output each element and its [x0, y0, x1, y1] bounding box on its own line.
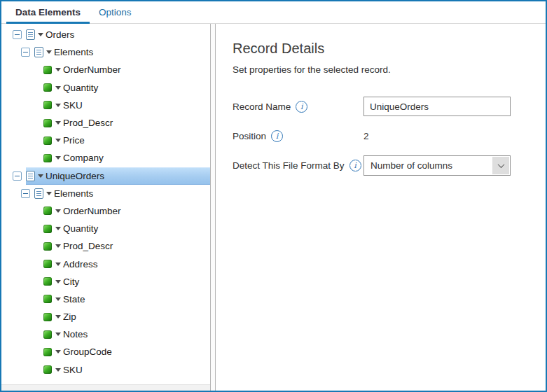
- caret-down-icon[interactable]: [55, 332, 61, 336]
- tree-row-body: Quantity: [43, 220, 210, 237]
- file-format-editor-window: Data Elements Options OrdersElementsOrde…: [0, 0, 547, 392]
- field-icon: [43, 260, 52, 268]
- tree-indent: [1, 193, 21, 194]
- tree-item-label: State: [63, 294, 85, 304]
- collapse-minus-icon[interactable]: [13, 172, 22, 181]
- detect-format-label: Detect This File Format By: [233, 160, 345, 171]
- content-area: OrdersElementsOrderNumberQuantitySKUProd…: [1, 24, 546, 391]
- caret-down-icon[interactable]: [55, 227, 61, 230]
- record-icon: [26, 171, 35, 181]
- tree-item-zip[interactable]: Zip: [1, 308, 210, 326]
- record-icon: [34, 188, 43, 199]
- tree-row-body: Zip: [43, 308, 210, 326]
- tree-item-groupcode[interactable]: GroupCode: [1, 343, 210, 360]
- info-icon[interactable]: i: [271, 130, 283, 142]
- tree-item-label: SKU: [63, 365, 83, 375]
- tree-row-body: City: [43, 273, 210, 290]
- tree-indent: [1, 228, 29, 229]
- caret-down-icon[interactable]: [46, 50, 52, 54]
- caret-down-icon[interactable]: [55, 139, 61, 142]
- tab-data-elements[interactable]: Data Elements: [6, 1, 90, 23]
- tree-indent: [1, 88, 29, 88]
- tree-item-label: Zip: [63, 312, 76, 322]
- horizontal-scrollbar[interactable]: [1, 384, 210, 391]
- tab-options[interactable]: Options: [90, 1, 141, 23]
- tree-row-body: GroupCode: [43, 343, 210, 360]
- caret-down-icon[interactable]: [55, 156, 61, 160]
- tree-item-price[interactable]: Price: [1, 132, 210, 149]
- tree-item-label: GroupCode: [63, 346, 112, 357]
- tree-row-body: SKU: [43, 97, 210, 114]
- collapse-minus-icon[interactable]: [21, 48, 30, 57]
- tree-item-label: Prod_Descr: [63, 241, 113, 251]
- info-icon[interactable]: i: [349, 160, 361, 172]
- tree-item-label: Orders: [46, 29, 74, 40]
- tree-item-label: SKU: [63, 100, 83, 111]
- tree-item-label: City: [63, 276, 79, 287]
- caret-down-icon[interactable]: [55, 244, 61, 248]
- tree-indent: [1, 299, 29, 300]
- tree-item-uniqueorders[interactable]: UniqueOrders: [1, 167, 210, 185]
- tree-indent: [1, 140, 29, 141]
- tree-item-sku[interactable]: SKU: [1, 97, 210, 114]
- caret-down-icon[interactable]: [46, 192, 52, 195]
- caret-down-icon[interactable]: [55, 68, 61, 71]
- tree-row-body: Prod_Descr: [43, 237, 210, 255]
- caret-down-icon[interactable]: [55, 209, 61, 213]
- caret-down-icon[interactable]: [55, 350, 61, 354]
- tree-item-ordernumber[interactable]: OrderNumber: [1, 202, 210, 220]
- tree-item-address[interactable]: Address: [1, 255, 210, 272]
- caret-down-icon[interactable]: [38, 33, 43, 36]
- tree-item-prod_descr[interactable]: Prod_Descr: [1, 114, 210, 132]
- record-name-input[interactable]: [363, 97, 511, 116]
- page-title: Record Details: [233, 41, 532, 57]
- tree-indent: [1, 334, 29, 335]
- tree-item-prod_descr[interactable]: Prod_Descr: [1, 237, 210, 255]
- tree-item-sku[interactable]: SKU: [1, 361, 210, 379]
- caret-down-icon[interactable]: [55, 121, 61, 125]
- record-icon: [26, 29, 35, 40]
- caret-down-icon[interactable]: [55, 262, 61, 266]
- field-icon: [43, 330, 52, 339]
- panel-splitter[interactable]: [210, 24, 216, 391]
- tree-row-body: Address: [43, 255, 210, 272]
- collapse-minus-icon[interactable]: [13, 30, 22, 39]
- tree-row-body: Elements: [34, 43, 210, 61]
- field-icon: [43, 225, 52, 233]
- detect-format-selected-value: Number of columns: [364, 160, 510, 171]
- caret-down-icon[interactable]: [55, 280, 61, 284]
- tree-item-city[interactable]: City: [1, 273, 210, 290]
- tree-item-ordernumber[interactable]: OrderNumber: [1, 61, 210, 78]
- tree-item-quantity[interactable]: Quantity: [1, 220, 210, 237]
- tree-item-quantity[interactable]: Quantity: [1, 79, 210, 97]
- tree-indent: [1, 176, 13, 176]
- detect-format-select[interactable]: Number of columns: [363, 155, 511, 176]
- tree-indent: [1, 281, 29, 282]
- tree-item-company[interactable]: Company: [1, 149, 210, 167]
- expander-slot: [21, 48, 34, 57]
- caret-down-icon[interactable]: [38, 174, 43, 178]
- tree-indent: [1, 316, 29, 317]
- tree-item-elements[interactable]: Elements: [1, 43, 210, 61]
- select-dropdown-button[interactable]: [492, 157, 509, 174]
- collapse-minus-icon[interactable]: [21, 189, 30, 198]
- info-icon[interactable]: i: [296, 101, 307, 113]
- tree-indent: [1, 351, 29, 352]
- tree-item-state[interactable]: State: [1, 290, 210, 308]
- tree-item-label: Quantity: [63, 223, 98, 234]
- page-subtitle: Set properties for the selected record.: [233, 64, 532, 75]
- tree-item-notes[interactable]: Notes: [1, 326, 210, 343]
- tree-indent: [1, 34, 13, 35]
- tree-item-orders[interactable]: Orders: [1, 26, 210, 43]
- caret-down-icon[interactable]: [55, 368, 61, 372]
- tree-item-elements[interactable]: Elements: [1, 185, 210, 202]
- caret-down-icon[interactable]: [55, 315, 61, 318]
- caret-down-icon[interactable]: [55, 104, 61, 107]
- tree-indent: [1, 158, 29, 158]
- field-icon: [43, 313, 52, 321]
- caret-down-icon[interactable]: [55, 86, 61, 90]
- caret-down-icon[interactable]: [55, 298, 61, 301]
- detect-format-row: Detect This File Format By i Number of c…: [233, 155, 532, 176]
- record-details-panel: Record Details Set properties for the se…: [216, 24, 546, 391]
- tree-indent: [1, 264, 29, 265]
